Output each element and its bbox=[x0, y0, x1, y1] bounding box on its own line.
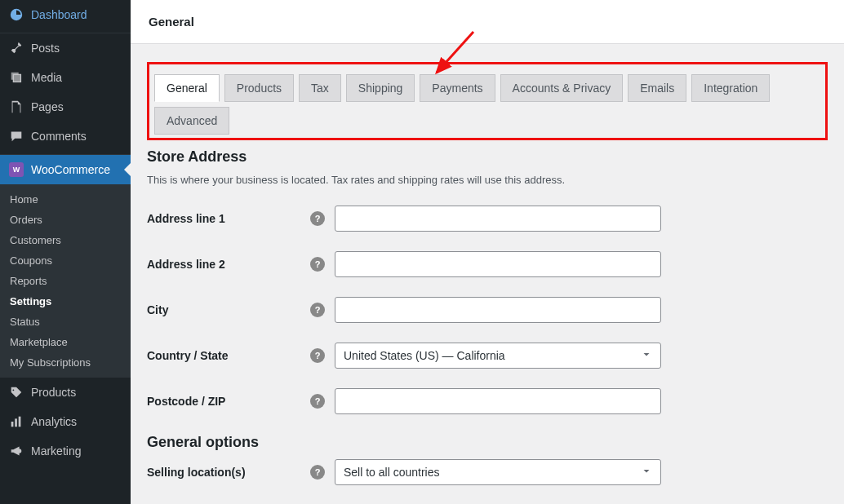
sidebar-sub-settings[interactable]: Settings bbox=[0, 291, 131, 312]
analytics-icon bbox=[8, 413, 24, 430]
chevron-down-icon bbox=[641, 349, 652, 363]
sidebar-item-woocommerce[interactable]: W WooCommerce bbox=[0, 155, 131, 184]
annotation-arrow bbox=[424, 28, 482, 85]
media-icon bbox=[8, 69, 24, 86]
label-address2: Address line 2 bbox=[147, 258, 310, 271]
field-row-city: City ? bbox=[147, 297, 828, 323]
help-icon[interactable]: ? bbox=[310, 348, 325, 363]
tab-integration[interactable]: Integration bbox=[691, 74, 770, 102]
sidebar-item-posts[interactable]: Posts bbox=[0, 33, 131, 63]
tab-tax[interactable]: Tax bbox=[299, 74, 341, 102]
select-value: Sell to all countries bbox=[344, 466, 440, 479]
sidebar-item-products[interactable]: Products bbox=[0, 378, 131, 407]
sidebar-sub-reports[interactable]: Reports bbox=[0, 271, 131, 291]
help-icon[interactable]: ? bbox=[310, 465, 325, 480]
svg-rect-1 bbox=[11, 422, 14, 427]
admin-sidebar: Dashboard Posts Media Pages Comments W W… bbox=[0, 0, 131, 504]
tab-general[interactable]: General bbox=[154, 74, 220, 102]
page-header: General bbox=[131, 0, 844, 44]
sidebar-sub-home[interactable]: Home bbox=[0, 189, 131, 210]
field-row-country: Country / State ? United States (US) — C… bbox=[147, 343, 828, 369]
sidebar-sub-status[interactable]: Status bbox=[0, 312, 131, 332]
sidebar-item-pages[interactable]: Pages bbox=[0, 92, 131, 122]
dashboard-icon bbox=[8, 7, 24, 23]
section-title-general-options: General options bbox=[147, 434, 828, 451]
help-icon[interactable]: ? bbox=[310, 257, 325, 272]
content-area: General Products Tax Shipping Payments A… bbox=[131, 44, 844, 504]
svg-line-4 bbox=[437, 32, 473, 73]
label-address1: Address line 1 bbox=[147, 212, 310, 225]
pages-icon bbox=[8, 99, 24, 115]
help-icon[interactable]: ? bbox=[310, 394, 325, 409]
sidebar-sub-marketplace[interactable]: Marketplace bbox=[0, 332, 131, 352]
sidebar-label: Marketing bbox=[31, 444, 81, 458]
settings-tabs: General Products Tax Shipping Payments A… bbox=[154, 74, 820, 135]
sidebar-submenu: Home Orders Customers Coupons Reports Se… bbox=[0, 184, 131, 378]
products-icon bbox=[8, 384, 24, 400]
select-value: United States (US) — California bbox=[344, 349, 505, 362]
tabs-highlight-annotation: General Products Tax Shipping Payments A… bbox=[147, 62, 828, 140]
tab-advanced[interactable]: Advanced bbox=[154, 107, 229, 135]
svg-rect-2 bbox=[15, 418, 17, 427]
sidebar-item-analytics[interactable]: Analytics bbox=[0, 407, 131, 436]
sidebar-sub-coupons[interactable]: Coupons bbox=[0, 250, 131, 271]
svg-rect-3 bbox=[19, 417, 21, 427]
sidebar-label: Media bbox=[31, 71, 62, 84]
main-content: General General Products Tax Shipping Pa… bbox=[131, 0, 844, 504]
sidebar-item-comments[interactable]: Comments bbox=[0, 122, 131, 151]
sidebar-sub-customers[interactable]: Customers bbox=[0, 230, 131, 250]
select-selling-location[interactable]: Sell to all countries bbox=[335, 459, 661, 485]
label-postcode: Postcode / ZIP bbox=[147, 395, 310, 408]
help-icon[interactable]: ? bbox=[310, 211, 325, 226]
input-address2[interactable] bbox=[335, 251, 661, 277]
pin-icon bbox=[8, 40, 24, 56]
field-row-address1: Address line 1 ? bbox=[147, 206, 828, 232]
label-country: Country / State bbox=[147, 349, 310, 362]
page-title: General bbox=[149, 15, 826, 29]
field-row-address2: Address line 2 ? bbox=[147, 251, 828, 277]
field-row-postcode: Postcode / ZIP ? bbox=[147, 388, 828, 414]
help-icon[interactable]: ? bbox=[310, 303, 325, 317]
input-city[interactable] bbox=[335, 297, 661, 323]
sidebar-item-dashboard[interactable]: Dashboard bbox=[0, 0, 131, 29]
sidebar-item-marketing[interactable]: Marketing bbox=[0, 436, 131, 466]
section-desc-store-address: This is where your business is located. … bbox=[147, 174, 828, 186]
tab-shipping[interactable]: Shipping bbox=[346, 74, 415, 102]
sidebar-item-media[interactable]: Media bbox=[0, 63, 131, 92]
marketing-icon bbox=[8, 443, 24, 459]
sidebar-label: Dashboard bbox=[31, 8, 87, 21]
woo-icon: W bbox=[8, 161, 24, 178]
comment-icon bbox=[8, 128, 24, 144]
tab-products[interactable]: Products bbox=[224, 74, 294, 102]
tab-accounts-privacy[interactable]: Accounts & Privacy bbox=[500, 74, 624, 102]
section-title-store-address: Store Address bbox=[147, 148, 828, 166]
label-selling-location: Selling location(s) bbox=[147, 466, 310, 479]
label-city: City bbox=[147, 303, 310, 316]
sidebar-label: Pages bbox=[31, 100, 64, 113]
select-country-state[interactable]: United States (US) — California bbox=[335, 343, 661, 369]
sidebar-label: Posts bbox=[31, 42, 60, 55]
sidebar-sub-subscriptions[interactable]: My Subscriptions bbox=[0, 352, 131, 373]
chevron-down-icon bbox=[641, 466, 652, 480]
input-postcode[interactable] bbox=[335, 388, 661, 414]
sidebar-label: Analytics bbox=[31, 415, 77, 428]
sidebar-label: Comments bbox=[31, 130, 87, 143]
field-row-selling-location: Selling location(s) ? Sell to all countr… bbox=[147, 459, 828, 485]
sidebar-label: WooCommerce bbox=[31, 163, 110, 176]
tab-emails[interactable]: Emails bbox=[628, 74, 686, 102]
sidebar-sub-orders[interactable]: Orders bbox=[0, 210, 131, 230]
input-address1[interactable] bbox=[335, 206, 661, 232]
sidebar-label: Products bbox=[31, 386, 76, 399]
